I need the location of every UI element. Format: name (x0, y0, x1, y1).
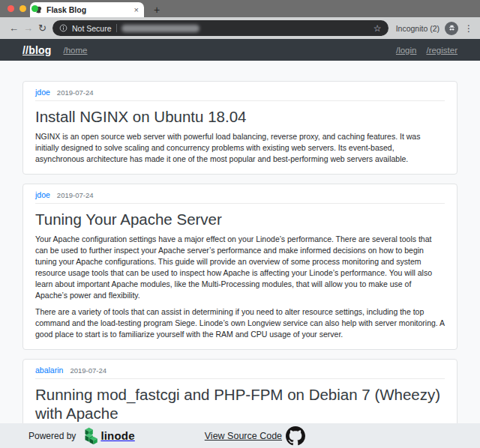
incognito-avatar-icon[interactable] (445, 22, 458, 35)
tab-title: Flask Blog (46, 5, 130, 14)
nav-link-login[interactable]: /login (396, 46, 417, 55)
back-button[interactable]: ← (7, 23, 21, 33)
tab-strip: Flask Blog × + (0, 0, 480, 17)
github-logo-icon[interactable] (286, 426, 305, 446)
linode-cubes-icon (81, 427, 98, 445)
browser-window: Flask Blog × + ← → ↻ Not Secure ☆ Incogn… (0, 0, 480, 448)
close-window-button[interactable] (8, 5, 14, 12)
address-bar[interactable]: Not Secure ☆ (52, 20, 388, 36)
new-tab-button[interactable]: + (154, 4, 160, 15)
post-date: 2019-07-24 (57, 88, 94, 97)
post-date: 2019-07-24 (70, 366, 106, 375)
forward-button[interactable]: → (21, 23, 35, 33)
bookmark-star-icon[interactable]: ☆ (374, 24, 382, 33)
redacted-url (122, 25, 200, 32)
linode-wordmark: linode (100, 429, 134, 442)
incognito-label: Incognito (2) (396, 24, 440, 33)
linode-logo-link[interactable]: linode (81, 427, 134, 445)
post-author-link[interactable]: abalarin (35, 366, 63, 375)
maximize-window-button[interactable] (32, 5, 38, 12)
info-icon[interactable] (59, 24, 68, 32)
nav-link-register[interactable]: /register (426, 46, 458, 55)
post-title-link[interactable]: Running mod_fastcgi and PHP-FPM on Debia… (35, 385, 445, 423)
close-tab-icon[interactable]: × (134, 6, 139, 14)
reload-button[interactable]: ↻ (35, 23, 50, 33)
browser-tab[interactable]: Flask Blog × (30, 2, 144, 17)
post-date: 2019-07-24 (57, 191, 94, 199)
minimize-window-button[interactable] (20, 5, 26, 12)
omnibox-separator (116, 24, 117, 32)
post-title-link[interactable]: Tuning Your Apache Server (35, 210, 445, 228)
post-excerpt: Your Apache configuration settings have … (35, 234, 445, 301)
post-title-link[interactable]: Install NGINX on Ubuntu 18.04 (35, 107, 445, 126)
page-footer: Powered by linode (0, 423, 480, 448)
post-author-link[interactable]: jdoe (35, 190, 50, 199)
site-navbar: //blog /home /login /register (0, 39, 480, 61)
post-metadata: abalarin 2019-07-24 (35, 366, 445, 379)
post-card: jdoe 2019-07-24 Tuning Your Apache Serve… (22, 184, 458, 350)
post-excerpt: There are a variety of tools that can as… (35, 306, 445, 340)
post-author-link[interactable]: jdoe (35, 88, 50, 97)
security-label: Not Secure (72, 24, 112, 33)
window-controls (8, 5, 38, 12)
navbar-brand[interactable]: //blog (22, 44, 52, 56)
view-source-link[interactable]: View Source Code (205, 431, 282, 441)
post-metadata: jdoe 2019-07-24 (35, 190, 445, 204)
browser-menu-icon[interactable]: ⋮ (464, 24, 473, 33)
post-excerpt: NGINX is an open source web server with … (35, 131, 445, 165)
page-content: jdoe 2019-07-24 Install NGINX on Ubuntu … (0, 61, 480, 448)
nav-link-home[interactable]: /home (64, 46, 88, 55)
browser-toolbar: ← → ↻ Not Secure ☆ Incognito (2) ⋮ (0, 17, 480, 39)
powered-by-label: Powered by (28, 431, 76, 441)
post-card: jdoe 2019-07-24 Install NGINX on Ubuntu … (22, 81, 458, 175)
post-metadata: jdoe 2019-07-24 (35, 88, 445, 101)
